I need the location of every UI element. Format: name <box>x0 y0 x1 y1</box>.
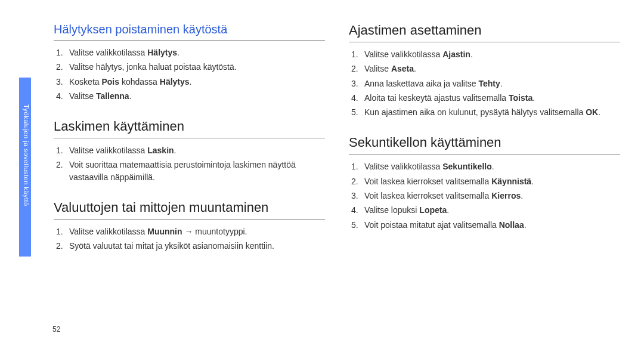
step-bold: Kierros <box>491 191 521 200</box>
list-item: Valitse valikkotilassa Laskin. <box>56 144 325 156</box>
step-text: Valitse valikkotilassa <box>364 162 442 171</box>
list-item: Voit laskea kierrokset valitsemalla Käyn… <box>351 175 620 187</box>
step-bold: Aseta <box>391 64 414 73</box>
steps-calculator: Valitse valikkotilassa Laskin. Voit suor… <box>54 144 325 183</box>
content-area: Hälytyksen poistaminen käytöstä Valitse … <box>54 23 620 269</box>
step-text: Kosketa <box>69 77 101 87</box>
right-column: Ajastimen asettaminen Valitse valikkotil… <box>349 23 620 269</box>
step-text: . <box>190 77 192 87</box>
list-item: Valitse lopuksi Lopeta. <box>351 204 620 216</box>
list-item: Anna laskettava aika ja valitse Tehty. <box>351 78 620 89</box>
step-text: . <box>470 50 473 59</box>
step-text: kohdassa <box>119 77 160 87</box>
step-text: . <box>524 220 527 230</box>
left-column: Hälytyksen poistaminen käytöstä Valitse … <box>54 23 325 269</box>
steps-alarm-disable: Valitse valikkotilassa Hälytys. Valitse … <box>54 47 325 102</box>
step-bold: Hälytys <box>160 77 190 87</box>
list-item: Valitse Aseta. <box>351 63 620 75</box>
section-stopwatch: Sekuntikellon käyttäminen Valitse valikk… <box>349 135 620 230</box>
step-text: . <box>532 93 535 103</box>
steps-timer: Valitse valikkotilassa Ajastin. Valitse … <box>349 48 620 118</box>
step-text: → muuntotyyppi. <box>182 227 247 236</box>
list-item: Valitse Tallenna. <box>56 90 325 102</box>
step-bold: Käynnistä <box>491 177 531 186</box>
section-timer: Ajastimen asettaminen Valitse valikkotil… <box>349 23 620 118</box>
page-number: 52 <box>52 325 60 333</box>
step-text: Valitse valikkotilassa <box>364 50 442 59</box>
sidebar-label: Työkalujen ja sovellusten käyttö <box>20 104 30 206</box>
step-text: Valitse valikkotilassa <box>69 227 147 236</box>
step-text: Voit laskea kierrokset valitsemalla <box>364 191 491 200</box>
step-text: Valitse <box>69 91 96 101</box>
list-item: Kun ajastimen aika on kulunut, pysäytä h… <box>351 106 620 118</box>
step-text: . <box>500 79 503 88</box>
step-bold: OK <box>586 107 598 117</box>
step-text: . <box>598 107 600 117</box>
step-bold: Muunnin <box>147 227 182 236</box>
list-item: Valitse valikkotilassa Sekuntikello. <box>351 160 620 172</box>
step-text: Syötä valuutat tai mitat ja yksiköt asia… <box>69 241 274 251</box>
step-bold: Sekuntikello <box>442 162 491 171</box>
step-text: Voit suorittaa matemaattisia perustoimin… <box>69 160 296 181</box>
page: Työkalujen ja sovellusten käyttö Hälytyk… <box>0 0 644 349</box>
list-item: Voit poistaa mitatut ajat valitsemalla N… <box>351 219 620 231</box>
step-text: Valitse <box>364 64 391 73</box>
section-converter: Valuuttojen tai mittojen muuntaminen Val… <box>54 200 325 252</box>
list-item: Valitse valikkotilassa Hälytys. <box>56 47 325 58</box>
step-text: Valitse lopuksi <box>364 205 419 215</box>
heading-stopwatch: Sekuntikellon käyttäminen <box>349 135 620 155</box>
heading-calculator: Laskimen käyttäminen <box>54 119 325 138</box>
list-item: Valitse hälytys, jonka haluat poistaa kä… <box>56 61 325 73</box>
list-item: Valitse valikkotilassa Ajastin. <box>351 48 620 60</box>
step-text: Valitse hälytys, jonka haluat poistaa kä… <box>69 62 237 72</box>
step-text: Valitse valikkotilassa <box>69 146 147 155</box>
step-bold: Hälytys <box>147 48 177 57</box>
list-item: Kosketa Pois kohdassa Hälytys. <box>56 76 325 88</box>
list-item: Syötä valuutat tai mitat ja yksiköt asia… <box>56 240 325 252</box>
step-bold: Tallenna <box>96 91 129 101</box>
steps-converter: Valitse valikkotilassa Muunnin → muuntot… <box>54 226 325 252</box>
step-text: . <box>414 64 416 73</box>
section-alarm-disable: Hälytyksen poistaminen käytöstä Valitse … <box>54 23 325 102</box>
steps-stopwatch: Valitse valikkotilassa Sekuntikello. Voi… <box>349 160 620 230</box>
step-bold: Nollaa <box>499 220 524 230</box>
step-text: . <box>521 191 523 200</box>
step-bold: Tehty <box>478 79 500 88</box>
step-text: Aloita tai keskeytä ajastus valitsemalla <box>364 93 509 103</box>
step-text: Kun ajastimen aika on kulunut, pysäytä h… <box>364 107 586 117</box>
step-text: . <box>174 146 177 155</box>
section-calculator: Laskimen käyttäminen Valitse valikkotila… <box>54 119 325 183</box>
step-text: . <box>177 48 179 57</box>
list-item: Voit suorittaa matemaattisia perustoimin… <box>56 159 325 183</box>
step-bold: Lopeta <box>419 205 447 215</box>
step-text: . <box>129 91 132 101</box>
list-item: Valitse valikkotilassa Muunnin → muuntot… <box>56 226 325 237</box>
step-bold: Laskin <box>147 146 174 155</box>
step-text: Anna laskettava aika ja valitse <box>364 79 478 88</box>
step-text: Voit poistaa mitatut ajat valitsemalla <box>364 220 499 230</box>
step-bold: Pois <box>101 77 119 87</box>
step-bold: Toista <box>509 93 532 103</box>
step-text: . <box>447 205 449 215</box>
step-bold: Ajastin <box>442 50 470 59</box>
step-text: Valitse valikkotilassa <box>69 48 147 57</box>
list-item: Voit laskea kierrokset valitsemalla Kier… <box>351 190 620 202</box>
list-item: Aloita tai keskeytä ajastus valitsemalla… <box>351 92 620 104</box>
heading-alarm-disable: Hälytyksen poistaminen käytöstä <box>54 23 325 41</box>
heading-timer: Ajastimen asettaminen <box>349 23 620 42</box>
heading-converter: Valuuttojen tai mittojen muuntaminen <box>54 200 325 220</box>
step-text: . <box>531 177 534 186</box>
step-text: Voit laskea kierrokset valitsemalla <box>364 177 491 186</box>
step-text: . <box>492 162 494 171</box>
